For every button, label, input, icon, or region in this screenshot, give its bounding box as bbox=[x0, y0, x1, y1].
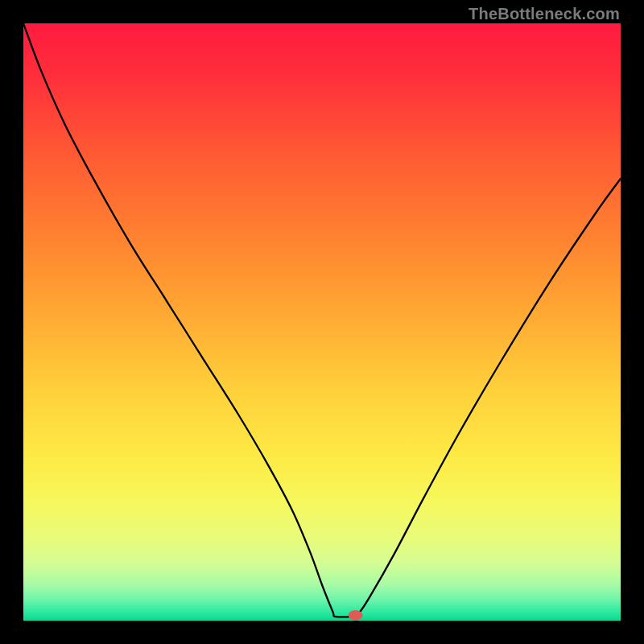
chart-frame: TheBottleneck.com bbox=[0, 0, 644, 644]
gradient-background bbox=[23, 23, 621, 621]
plot-area bbox=[23, 23, 621, 621]
chart-svg bbox=[23, 23, 621, 621]
minimum-marker bbox=[349, 610, 363, 621]
watermark-text: TheBottleneck.com bbox=[469, 5, 620, 23]
